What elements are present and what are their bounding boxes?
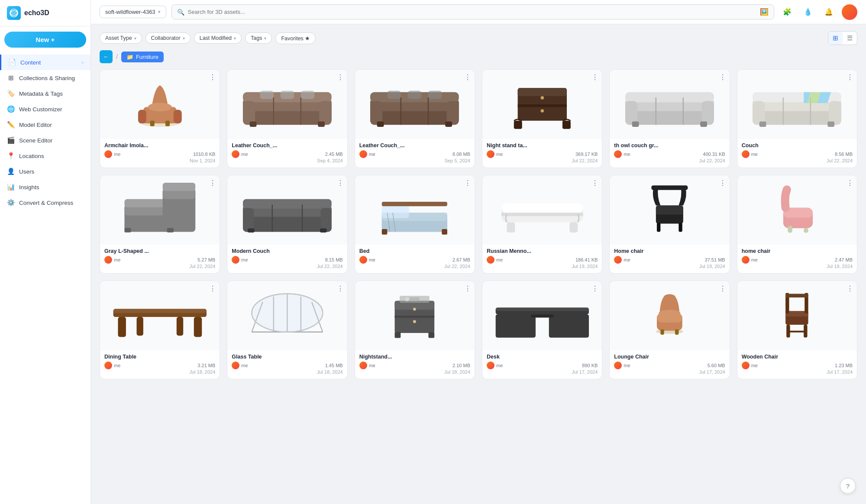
card-info: Bed me 2.67 MB Jul 22, 2024 (355, 245, 475, 273)
card-menu-button[interactable]: ⋮ (209, 284, 216, 293)
card-username: me (751, 152, 758, 157)
card-menu-button[interactable]: ⋮ (337, 284, 344, 293)
card-user: me (614, 362, 630, 369)
sidebar-item-users[interactable]: 👤 Users (0, 164, 90, 179)
users-icon: 👤 (7, 168, 15, 175)
sidebar-item-insights[interactable]: 📊 Insights (0, 179, 90, 195)
card-menu-button[interactable]: ⋮ (847, 73, 853, 81)
card-thumbnail: ⋮ (482, 281, 602, 350)
card-thumbnail: ⋮ (737, 70, 857, 139)
filter-favorites[interactable]: Favorites ★ (275, 32, 316, 44)
card-menu-button[interactable]: ⋮ (847, 284, 853, 293)
search-input[interactable] (188, 9, 756, 15)
svg-rect-87 (507, 222, 515, 233)
svg-rect-137 (786, 294, 809, 297)
card-menu-button[interactable]: ⋮ (209, 179, 216, 187)
card-menu-button[interactable]: ⋮ (719, 284, 726, 293)
list-view-button[interactable]: ☰ (843, 32, 857, 45)
asset-card[interactable]: ⋮ Glass Table me 1.45 MB Jul 18, 2024 (227, 281, 347, 379)
user-avatar (487, 362, 494, 369)
card-meta: me 5.60 MB (614, 362, 725, 369)
card-date: Jul 22, 2024 (487, 158, 598, 163)
asset-card[interactable]: ⋮ Lounge Chair me 5.60 MB Jul 17, 2024 (609, 281, 730, 379)
asset-card[interactable]: ⋮ Night stand ta... me 369.17 KB Jul 22,… (482, 69, 602, 168)
card-username: me (114, 363, 120, 368)
card-menu-button[interactable]: ⋮ (719, 73, 726, 81)
card-menu-button[interactable]: ⋮ (337, 179, 344, 187)
card-thumbnail: ⋮ (227, 281, 347, 350)
new-button[interactable]: New + (4, 32, 86, 48)
card-size: 1.45 MB (325, 363, 343, 368)
card-date: Jul 22, 2024 (359, 264, 470, 269)
asset-card[interactable]: ⋮ Modern Couch me 8.15 MB Jul 22, 2024 (227, 175, 347, 274)
svg-rect-29 (377, 121, 384, 127)
user-avatar (359, 150, 367, 158)
svg-rect-123 (496, 308, 589, 311)
workspace-selector[interactable]: soft-wildflower-4363 ▾ (100, 6, 166, 18)
asset-card[interactable]: ⋮ Home chair me 37.51 MB Jul 19, 2024 (609, 175, 730, 274)
search-icon: 🔍 (177, 9, 184, 16)
svg-rect-58 (828, 121, 835, 127)
card-menu-button[interactable]: ⋮ (591, 179, 598, 187)
card-menu-button[interactable]: ⋮ (464, 284, 471, 293)
asset-card[interactable]: ⋮ Leather Couch_... me 2.45 MB Sep 4, 20… (227, 69, 347, 168)
water-drop-icon-button[interactable]: 💧 (800, 4, 816, 20)
sidebar-item-scene-editor[interactable]: 🎬 Scene Editor (0, 132, 90, 148)
card-name: Wooden Chair (742, 354, 853, 360)
sidebar-item-locations[interactable]: 📍 Locations (0, 148, 90, 164)
bell-icon-button[interactable]: 🔔 (821, 4, 837, 20)
card-menu-button[interactable]: ⋮ (209, 73, 216, 81)
breadcrumb-folder[interactable]: 📁 Furniture (121, 52, 164, 62)
image-search-icon[interactable]: 🖼️ (760, 8, 769, 16)
filter-last-modified[interactable]: Last Modified ▾ (194, 32, 242, 44)
asset-card[interactable]: ⋮ Dining Table me 3.21 MB Jul 18, 2024 (100, 281, 220, 379)
card-menu-button[interactable]: ⋮ (337, 73, 344, 81)
help-button[interactable]: ? (840, 478, 856, 494)
sidebar-item-metadata[interactable]: 🏷️ Metadata & Tags (0, 86, 90, 101)
asset-card[interactable]: ⋮ th owl couch gr... me 400.31 KB Jul 22… (609, 69, 730, 168)
card-menu-button[interactable]: ⋮ (591, 284, 598, 293)
asset-card[interactable]: ⋮ Gray L-Shaped ... me 5.27 MB Jul 22, 2… (100, 175, 220, 274)
card-info: th owl couch gr... me 400.31 KB Jul 22, … (610, 139, 729, 168)
user-avatar (232, 150, 239, 158)
sidebar-item-web-customizer[interactable]: 🌐 Web Customizer (0, 101, 90, 117)
grid-view-button[interactable]: ⊞ (828, 32, 843, 45)
filter-tags[interactable]: Tags ▾ (245, 32, 272, 44)
avatar[interactable] (842, 4, 857, 20)
sidebar-item-collections[interactable]: ⊞ Collections & Sharing (0, 70, 90, 86)
sidebar-item-content[interactable]: 📄 Content › (0, 55, 90, 70)
filter-asset-type[interactable]: Asset Type ▾ (100, 32, 142, 44)
breadcrumb-back-button[interactable]: ← (100, 50, 113, 63)
card-username: me (496, 363, 503, 368)
card-meta: me 8.15 MB (232, 256, 343, 264)
sidebar-item-convert[interactable]: ⚙️ Convert & Compress (0, 195, 90, 210)
asset-card[interactable]: ⋮ Couch me 8.56 MB Jul 22, 2024 (737, 69, 857, 168)
card-menu-button[interactable]: ⋮ (464, 73, 471, 81)
card-date: Jul 22, 2024 (232, 264, 343, 269)
svg-rect-71 (321, 208, 332, 232)
puzzle-icon-button[interactable]: 🧩 (779, 4, 795, 20)
card-thumbnail: ⋮ (355, 281, 475, 350)
card-meta: me 1.45 MB (232, 362, 343, 369)
card-menu-button[interactable]: ⋮ (464, 179, 471, 187)
card-meta: me 186.41 KB (487, 256, 598, 264)
asset-card[interactable]: ⋮ Armchair Imola... me 1010.8 KB Nov 1, … (100, 69, 220, 168)
card-user: me (232, 256, 248, 264)
asset-card[interactable]: ⋮ Russian Menno... me 186.41 KB Jul 19, … (482, 175, 602, 274)
sidebar-item-model-editor[interactable]: ✏️ Model Editor (0, 117, 90, 132)
asset-card[interactable]: ⋮ Leather Couch_... me 8.08 MB Sep 5, 20… (355, 69, 475, 168)
asset-card[interactable]: ⋮ Wooden Chair me 1.23 MB Jul 17, 2024 (737, 281, 857, 379)
filter-collaborator[interactable]: Collaborator ▾ (145, 32, 191, 44)
asset-card[interactable]: ⋮ Bed me 2.67 MB Jul 22, 2024 (355, 175, 475, 274)
card-name: Leather Couch_... (359, 142, 470, 149)
asset-card[interactable]: ⋮ home chair me 2.47 MB Jul 19, 2024 (737, 175, 857, 274)
card-date: Jul 22, 2024 (742, 158, 853, 163)
card-menu-button[interactable]: ⋮ (719, 179, 726, 187)
card-user: me (232, 150, 248, 158)
asset-card[interactable]: ⋮ Desk me 890 KB Jul 17, 2024 (482, 281, 602, 379)
card-menu-button[interactable]: ⋮ (847, 179, 853, 187)
card-thumbnail: ⋮ (100, 281, 220, 350)
card-menu-button[interactable]: ⋮ (591, 73, 598, 81)
card-size: 3.21 MB (197, 363, 215, 368)
asset-card[interactable]: ⋮ Nightstand... me 2.10 MB Jul 18, 2024 (355, 281, 475, 379)
